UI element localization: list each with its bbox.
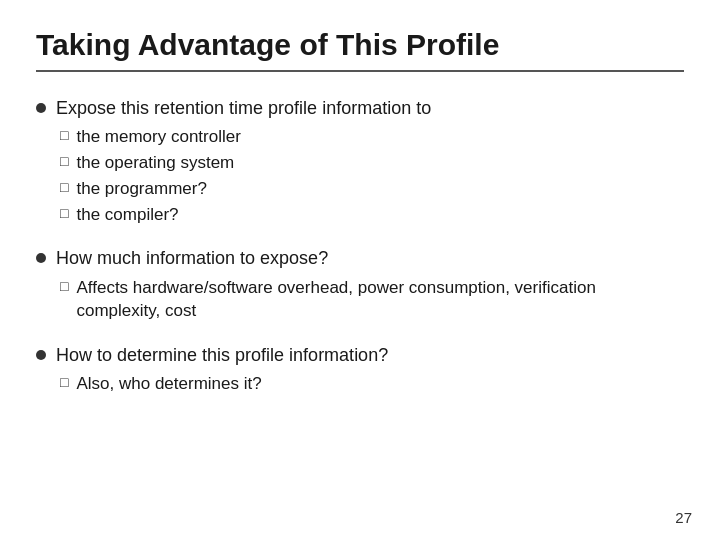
sub-text-1-4: the compiler?	[76, 203, 178, 227]
bullet-item-1: Expose this retention time profile infor…	[36, 96, 684, 226]
sub-item-2-1: □ Affects hardware/software overhead, po…	[60, 276, 684, 324]
page-number: 27	[675, 509, 692, 526]
sub-list-3: □ Also, who determines it?	[56, 372, 684, 396]
bullet-text-3: How to determine this profile informatio…	[56, 343, 684, 368]
bullet-content-2: How much information to expose? □ Affect…	[56, 246, 684, 323]
sub-text-2-1: Affects hardware/software overhead, powe…	[76, 276, 684, 324]
sub-item-1-4: □ the compiler?	[60, 203, 684, 227]
sub-text-1-3: the programmer?	[76, 177, 206, 201]
sub-text-1-1: the memory controller	[76, 125, 240, 149]
sub-bullet-icon-1-3: □	[60, 179, 68, 195]
bullet-dot-3	[36, 350, 46, 360]
bullet-content-3: How to determine this profile informatio…	[56, 343, 684, 396]
sub-item-1-1: □ the memory controller	[60, 125, 684, 149]
bullet-text-1: Expose this retention time profile infor…	[56, 96, 684, 121]
sub-bullet-icon-2-1: □	[60, 278, 68, 294]
bullet-dot-2	[36, 253, 46, 263]
sub-item-3-1: □ Also, who determines it?	[60, 372, 684, 396]
sub-list-2: □ Affects hardware/software overhead, po…	[56, 276, 684, 324]
sub-item-1-2: □ the operating system	[60, 151, 684, 175]
bullet-item-3: How to determine this profile informatio…	[36, 343, 684, 396]
bullet-text-2: How much information to expose?	[56, 246, 684, 271]
bullet-item-2: How much information to expose? □ Affect…	[36, 246, 684, 323]
slide-content: Expose this retention time profile infor…	[36, 82, 684, 520]
sub-bullet-icon-1-1: □	[60, 127, 68, 143]
sub-text-3-1: Also, who determines it?	[76, 372, 261, 396]
bullet-dot-1	[36, 103, 46, 113]
sub-bullet-icon-3-1: □	[60, 374, 68, 390]
slide: Taking Advantage of This Profile Expose …	[0, 0, 720, 540]
sub-bullet-icon-1-2: □	[60, 153, 68, 169]
sub-bullet-icon-1-4: □	[60, 205, 68, 221]
bullet-content-1: Expose this retention time profile infor…	[56, 96, 684, 226]
slide-title: Taking Advantage of This Profile	[36, 28, 684, 72]
sub-item-1-3: □ the programmer?	[60, 177, 684, 201]
sub-text-1-2: the operating system	[76, 151, 234, 175]
sub-list-1: □ the memory controller □ the operating …	[56, 125, 684, 226]
